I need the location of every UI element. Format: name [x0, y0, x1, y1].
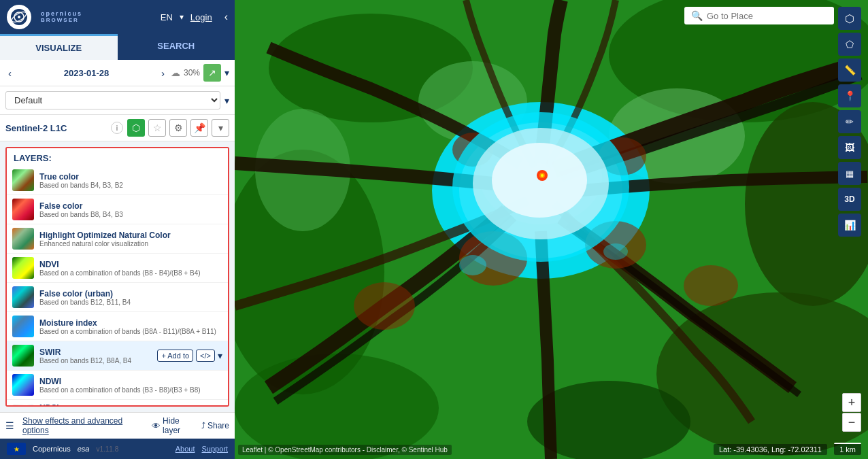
- layer-name-highlight: Highlight Optimized Natural Color: [39, 231, 222, 240]
- date-dropdown-button[interactable]: ▾: [224, 67, 229, 78]
- share-button[interactable]: ⤴ Share: [201, 421, 229, 430]
- layers-panel: LAYERS: True color Based on bands B4, B3…: [5, 147, 229, 407]
- layer-name-falsecolor: False color: [39, 201, 222, 211]
- svg-point-30: [541, 174, 544, 177]
- layer-item-truecolor[interactable]: True color Based on bands B4, B3, B2: [7, 166, 228, 195]
- layer-thumb-swir: [12, 345, 34, 367]
- layer-item-falsecolor[interactable]: False color Based on bands B8, B4, B3: [7, 195, 228, 224]
- hide-layer-label: Hide layer: [163, 416, 195, 435]
- zoom-in-button[interactable]: +: [842, 393, 861, 412]
- svg-point-24: [354, 282, 415, 330]
- collapse-sidebar-button[interactable]: ‹: [224, 11, 228, 23]
- sensor-more-button[interactable]: ▾: [212, 119, 229, 137]
- layer-name-falseurban: False color (urban): [39, 289, 222, 299]
- support-link[interactable]: Support: [201, 445, 228, 453]
- layer-name-swir: SWIR: [39, 347, 157, 357]
- map-attribution: Leaflet | © OpenStreetMap contributors -…: [238, 445, 452, 455]
- copernicus-logo-icon: [10, 7, 29, 27]
- layer-desc-highlight: Enhanced natural color visualization: [39, 240, 222, 248]
- layer-thumb-highlight: [12, 228, 34, 250]
- toolbar-layers-button[interactable]: ⬡: [838, 7, 861, 30]
- toolbar-chart-button[interactable]: 📊: [838, 214, 861, 237]
- svg-point-27: [492, 143, 587, 218]
- language-selector[interactable]: EN: [161, 12, 173, 22]
- dataset-dropdown-icon: ▾: [224, 95, 229, 106]
- layer-name-moisture: Moisture index: [39, 318, 222, 328]
- search-icon: 🔍: [691, 10, 703, 21]
- toolbar-draw-polygon-button[interactable]: ⬠: [838, 33, 861, 56]
- sensor-favorite-icon[interactable]: ☆: [148, 119, 166, 137]
- toolbar-image-button[interactable]: 🖼: [838, 136, 861, 159]
- layers-title: LAYERS:: [7, 148, 228, 166]
- right-toolbar: ⬡ ⬠ 📏 📍 ✏ 🖼 ▦ 3D 📊: [838, 7, 861, 237]
- zoom-controls: + −: [842, 393, 861, 432]
- logo-sub: BROWSER: [41, 18, 82, 24]
- version-label: v1.11.8: [96, 445, 118, 453]
- layer-thumb-ndsi: [12, 405, 34, 407]
- tab-search[interactable]: SEARCH: [118, 34, 235, 60]
- share-label: Share: [207, 421, 229, 430]
- hide-layer-button[interactable]: 👁 Hide layer: [152, 416, 195, 435]
- layer-item-moisture[interactable]: Moisture index Based on a combination of…: [7, 312, 228, 341]
- cloud-icon: ☁: [171, 67, 180, 78]
- layer-name-ndwi: NDWI: [39, 377, 222, 386]
- go-to-date-button[interactable]: ↗: [203, 64, 221, 82]
- svg-point-31: [459, 255, 486, 275]
- eu-flag-icon: ★: [7, 443, 26, 455]
- layer-desc-falsecolor: Based on bands B8, B4, B3: [39, 211, 222, 218]
- effects-link[interactable]: Show effects and advanced options: [22, 416, 144, 435]
- layer-thumb-ndvi: [12, 257, 34, 279]
- esa-footer-logo: esa: [78, 445, 90, 453]
- layer-name-truecolor: True color: [39, 172, 222, 182]
- layer-thumb-truecolor: [12, 169, 34, 191]
- logo-text: opernicus BROWSER: [41, 11, 82, 24]
- layer-item-ndvi[interactable]: NDVI Based on a combination of bands (B8…: [7, 254, 228, 283]
- layer-item-ndsi[interactable]: NDSI Based on a combination of bands (B3…: [7, 400, 228, 407]
- toolbar-measure-button[interactable]: 📏: [838, 58, 861, 82]
- layer-name-ndvi: NDVI: [39, 260, 222, 269]
- layer-name-ndsi: NDSI: [39, 403, 222, 407]
- map-coordinates: Lat: -39.43036, Lng: -72.02311: [714, 444, 827, 455]
- code-button[interactable]: </>: [196, 350, 215, 362]
- sensor-info-icon[interactable]: i: [111, 122, 123, 134]
- scale-bar: 1 km: [834, 443, 861, 455]
- layer-thumb-falseurban: [12, 286, 34, 308]
- sensor-layer-icon[interactable]: ⬡: [127, 119, 145, 137]
- swir-more-icon[interactable]: ▾: [218, 350, 222, 361]
- layer-desc-truecolor: Based on bands B4, B3, B2: [39, 182, 222, 189]
- toolbar-3d-button[interactable]: 3D: [838, 188, 861, 211]
- tab-visualize[interactable]: VISUALIZE: [0, 34, 118, 60]
- layer-desc-moisture: Based on a combination of bands (B8A - B…: [39, 328, 222, 335]
- dataset-select[interactable]: Default: [5, 91, 220, 109]
- date-next-button[interactable]: ›: [158, 66, 167, 80]
- search-input[interactable]: [707, 11, 827, 21]
- svg-point-23: [684, 265, 738, 306]
- svg-point-11: [235, 354, 439, 459]
- layer-item-ndwi[interactable]: NDWI Based on a combination of bands (B3…: [7, 371, 228, 400]
- share-icon: ⤴: [201, 421, 205, 430]
- about-link[interactable]: About: [176, 445, 195, 453]
- copernicus-footer-logo: Copernicus: [33, 445, 71, 453]
- zoom-out-button[interactable]: −: [842, 413, 861, 432]
- toolbar-pin-button[interactable]: 📍: [838, 84, 861, 107]
- sensor-pin-icon[interactable]: 📌: [190, 119, 208, 137]
- layer-item-highlight[interactable]: Highlight Optimized Natural Color Enhanc…: [7, 224, 228, 254]
- date-prev-button[interactable]: ‹: [5, 66, 14, 80]
- add-to-button[interactable]: + Add to: [157, 350, 193, 362]
- layer-desc-swir: Based on bands B12, B8A, B4: [39, 357, 157, 364]
- layer-item-falseurban[interactable]: False color (urban) Based on bands B12, …: [7, 283, 228, 312]
- date-display: 2023-01-28: [18, 68, 155, 78]
- layer-item-swir[interactable]: SWIR Based on bands B12, B8A, B4 + Add t…: [7, 341, 228, 371]
- map-visualization: [235, 0, 868, 459]
- lang-chevron-icon: ▾: [180, 12, 184, 22]
- toolbar-grid-button[interactable]: ▦: [838, 162, 861, 185]
- map-area[interactable]: 🔍 ⬡ ⬠ 📏 📍 ✏ 🖼 ▦ 3D 📊 + − Leaflet | © Ope…: [235, 0, 868, 459]
- login-button[interactable]: Login: [190, 12, 212, 22]
- sensor-settings-icon[interactable]: ⚙: [169, 119, 187, 137]
- layer-thumb-falsecolor: [12, 199, 34, 220]
- layer-desc-ndvi: Based on a combination of bands (B8 - B4…: [39, 269, 222, 277]
- layer-thumb-ndwi: [12, 374, 34, 396]
- search-container: 🔍: [684, 7, 834, 24]
- svg-point-3: [18, 16, 20, 18]
- toolbar-edit-button[interactable]: ✏: [838, 110, 861, 133]
